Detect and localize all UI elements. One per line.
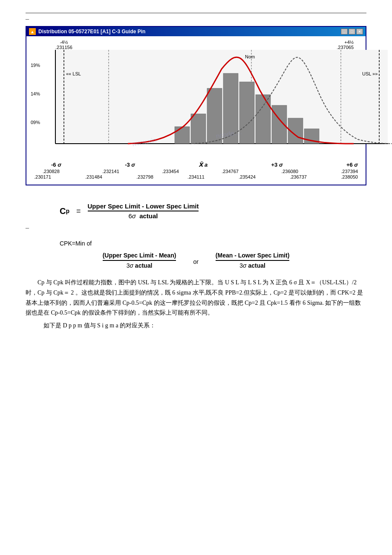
val1-5: .236080	[281, 169, 298, 174]
svg-text:USL »»: USL »»	[362, 71, 378, 76]
cp-section-minus: –	[26, 224, 366, 231]
svg-rect-9	[191, 114, 206, 144]
top-minus: –	[26, 15, 366, 23]
val1-6: .237394	[341, 169, 358, 174]
cp-formula: Cp = Upper Spec Limit - Lower Spec Limit…	[60, 202, 366, 220]
chart-svg-container: 19% 14% 09%	[30, 50, 362, 161]
val2-3: .232798	[136, 174, 153, 179]
top-labels: -4½ .231156 +4½ .237065	[30, 40, 362, 50]
sigma-den: σ	[132, 212, 136, 220]
app-icon: ▲	[29, 28, 36, 35]
titlebar-left: ▲ Distribution 05-05727E01 [A1] C-3 Guid…	[29, 28, 145, 35]
sigma-pos6: +6 σ	[346, 162, 358, 168]
maximize-button[interactable]: □	[349, 29, 355, 35]
cpk-den-right: 3σ actual	[239, 261, 265, 269]
val2-7: .238050	[341, 174, 358, 179]
cp-numerator: Upper Spec Limit - Lower Spec Limit	[88, 202, 199, 211]
chart-title: Distribution 05-05727E01 [A1] C-3 Guide …	[38, 29, 145, 35]
top-right-sigma: +4½	[337, 40, 354, 45]
sigma-axis-row: -6 σ -3 σ X̄ a +3 σ +6 σ	[30, 161, 362, 168]
cp-c-label: C	[60, 206, 66, 216]
top-right-labels: +4½ .237065	[337, 40, 354, 50]
body-paragraph-2: 如下是 D p p m 值与 S i g m a 的对应关系：	[26, 321, 366, 331]
actual-cpk1: actual	[135, 262, 152, 269]
val2-1: .230171	[34, 174, 51, 179]
sigma-cpk1: σ	[130, 262, 133, 269]
svg-text:«« LSL: «« LSL	[66, 71, 81, 76]
sigma-mean: X̄ a	[199, 162, 208, 168]
cpk-den-left: 3σ actual	[127, 261, 153, 269]
svg-text:Nom: Nom	[245, 54, 255, 59]
val2-6: .236737	[290, 174, 307, 179]
actual-cpk2: actual	[248, 262, 265, 269]
cp-equals: =	[76, 207, 81, 216]
body-paragraph-1: Cp 与 Cpk 叫作过程能力指数，图中的 USL 与 LSL 为规格的上下限。…	[26, 278, 366, 318]
values-row-2: .230171 .231484 .232798 .234111 .235424 …	[30, 174, 362, 181]
val2-2: .231484	[85, 174, 102, 179]
y-label-09: 09%	[31, 120, 40, 125]
sigma-sym-2: σ	[131, 162, 135, 168]
top-left-labels: -4½ .231156	[55, 40, 72, 50]
titlebar-buttons[interactable]: _ □ ×	[341, 29, 363, 35]
val1-2: .232141	[102, 169, 119, 174]
cp-formula-section: Cp = Upper Spec Limit - Lower Spec Limit…	[26, 202, 366, 231]
top-right-value: .237065	[337, 45, 354, 50]
cpk-section: CPK=Min of (Upper Spec Limit - Mean) 3σ …	[26, 240, 366, 269]
cpk-fractions-row: (Upper Spec Limit - Mean) 3σ actual or (…	[26, 252, 366, 269]
sigma-neg6: -6 σ	[51, 162, 61, 168]
cpk-fraction-left: (Upper Spec Limit - Mean) 3σ actual	[103, 252, 176, 269]
actual-label: actual	[139, 212, 158, 220]
cpk-num-left: (Upper Spec Limit - Mean)	[103, 252, 176, 261]
cp-subscript-p: p	[66, 208, 69, 214]
chart-body: -4½ .231156 +4½ .237065 19% 14% 09%	[26, 36, 366, 185]
val2-4: .234111	[187, 174, 205, 179]
sigma-pos3: +3 σ	[271, 162, 282, 168]
minimize-button[interactable]: _	[341, 29, 348, 35]
sigma-cpk2: σ	[243, 262, 246, 269]
close-button[interactable]: ×	[356, 29, 363, 35]
cpk-or-label: or	[193, 256, 198, 265]
cp-fraction: Upper Spec Limit - Lower Spec Limit 6σ a…	[88, 202, 199, 220]
y-label-19: 19%	[31, 63, 40, 68]
sigma-neg3: -3 σ	[125, 162, 135, 168]
chart-svg: «« LSL USL »» Nom www.xin ncode....	[43, 50, 392, 161]
values-row-1: .230828 .232141 .233454 .234767 .236080 …	[30, 168, 362, 174]
page: – ▲ Distribution 05-05727E01 [A1] C-3 Gu…	[0, 0, 392, 344]
cpk-fraction-right: (Mean - Lower Spec Limit) 3σ actual	[216, 252, 289, 269]
cpk-num-right: (Mean - Lower Spec Limit)	[216, 252, 289, 261]
sigma-sym-4: σ	[354, 162, 358, 168]
y-label-14: 14%	[31, 91, 40, 96]
chart-window: ▲ Distribution 05-05727E01 [A1] C-3 Guid…	[26, 26, 366, 185]
cp-denominator: 6σ actual	[128, 211, 158, 220]
svg-rect-13	[256, 95, 271, 144]
val1-1: .230828	[43, 169, 60, 174]
chart-titlebar: ▲ Distribution 05-05727E01 [A1] C-3 Guid…	[26, 27, 366, 36]
top-left-sigma: -4½	[55, 40, 72, 45]
cpk-min-label: CPK=Min of	[60, 240, 366, 247]
val1-4: .234767	[222, 169, 239, 174]
top-divider	[26, 13, 366, 13]
svg-rect-8	[175, 127, 190, 144]
top-left-value: .231156	[55, 45, 72, 50]
val1-3: .233454	[162, 169, 179, 174]
sigma-sym-1: σ	[58, 162, 61, 168]
sigma-sym-3: σ	[279, 162, 283, 168]
y-axis-labels: 19% 14% 09%	[31, 54, 40, 125]
val2-5: .235424	[239, 174, 256, 179]
